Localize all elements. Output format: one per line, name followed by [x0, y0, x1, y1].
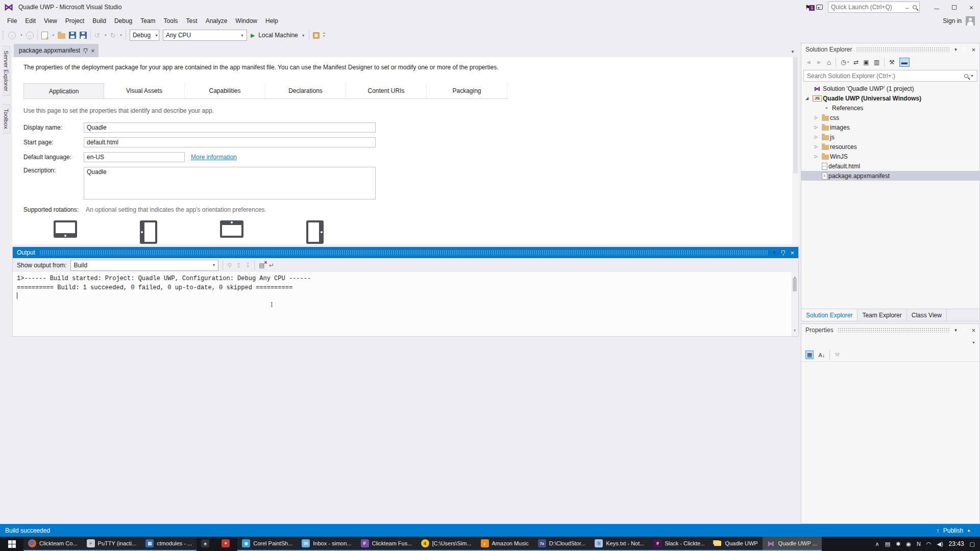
feedback-icon[interactable]	[816, 5, 823, 10]
designer-scrollbar[interactable]	[792, 57, 799, 244]
undo-icon[interactable]: ↺	[94, 32, 100, 39]
taskbar-button[interactable]: Amazon Music	[476, 537, 533, 551]
document-well-dropdown-icon[interactable]: ▼	[791, 49, 795, 54]
default-language-input[interactable]	[84, 152, 185, 162]
properties-grid[interactable]	[801, 362, 979, 523]
navigate-forward-icon[interactable]: →	[26, 32, 34, 39]
start-button[interactable]	[0, 537, 23, 551]
explorer-tab[interactable]: Team Explorer	[857, 309, 906, 321]
solution-explorer-title-bar[interactable]: Solution Explorer ▼ ×	[801, 43, 979, 56]
tree-item[interactable]: Solution 'Quadle UWP' (1 project)	[801, 84, 979, 93]
explorer-tab[interactable]: Class View	[907, 309, 947, 321]
solution-platform-combo[interactable]: Any CPU ▼	[163, 30, 247, 41]
close-icon[interactable]: ×	[790, 249, 794, 257]
pin-icon[interactable]	[963, 47, 966, 51]
menu-item[interactable]: Help	[261, 14, 282, 28]
tray-icon[interactable]: ◀)	[937, 541, 943, 547]
taskbar-button[interactable]: Inbox - simon...	[297, 537, 356, 551]
sync-with-active-document-icon[interactable]: ⇄	[853, 59, 859, 66]
show-all-files-icon[interactable]: ▥	[874, 59, 879, 66]
alphabetical-sort-icon[interactable]: A↓	[818, 352, 825, 358]
tree-item[interactable]: ▷ WinJS	[801, 152, 979, 161]
tool-window-tab[interactable]: Server Explorer	[3, 46, 10, 96]
taskbar-button[interactable]: D:\CloudStor...	[533, 537, 591, 551]
menu-item[interactable]: Team	[136, 14, 159, 28]
save-icon[interactable]	[69, 32, 76, 39]
output-scrollbar[interactable]: ▲ ▼	[791, 272, 798, 336]
categorized-view-icon[interactable]: ▦	[805, 350, 814, 359]
navigate-back-icon[interactable]: ←	[8, 32, 16, 39]
debug-target-dropdown-icon[interactable]: ▼	[302, 34, 305, 37]
properties-object-combo[interactable]: ▼	[802, 337, 978, 348]
tree-expander-icon[interactable]: ▷	[815, 115, 822, 120]
taskbar-button[interactable]: Corel PaintSh...	[237, 537, 297, 551]
navigate-back-dropdown-icon[interactable]: ▾	[20, 33, 22, 37]
tray-icon[interactable]: N	[917, 541, 921, 547]
close-icon[interactable]: ×	[971, 46, 975, 54]
find-message-icon[interactable]: ⚲	[227, 262, 232, 269]
output-source-combo[interactable]: Build ▼	[70, 260, 218, 271]
tray-icon[interactable]: ◉	[906, 541, 911, 547]
tree-item[interactable]: ▷ resources	[801, 142, 979, 152]
tree-expander-icon[interactable]: ▷	[815, 144, 822, 149]
close-button[interactable]: ×	[963, 0, 980, 14]
menu-item[interactable]: Edit	[21, 14, 40, 28]
toolbar-grip[interactable]	[2, 31, 5, 40]
previous-message-icon[interactable]: ↥	[236, 262, 241, 269]
taskbar-button[interactable]: Clickteam Co...	[23, 537, 82, 551]
tree-item[interactable]: package.appxmanifest	[801, 171, 979, 181]
tray-icon[interactable]: ◠	[926, 541, 932, 547]
menu-item[interactable]: Window	[231, 14, 261, 28]
solution-explorer-search-box[interactable]: ▼	[803, 70, 977, 82]
tree-item[interactable]: ▷ css	[801, 113, 979, 122]
scroll-down-icon[interactable]: ▼	[794, 326, 796, 335]
new-project-dropdown-icon[interactable]: ▾	[53, 33, 55, 37]
scrollbar-thumb[interactable]	[793, 278, 797, 291]
menu-item[interactable]: Analyze	[202, 14, 232, 28]
toolbar-overflow-icon[interactable]: ▾	[323, 33, 325, 38]
quick-launch-input[interactable]	[831, 4, 902, 11]
document-tab[interactable]: package.appxmanifest ×	[14, 44, 99, 57]
taskbar-button[interactable]: ctmodules - ...	[141, 537, 197, 551]
tree-expander-icon[interactable]: ▷	[815, 154, 822, 159]
publish-button[interactable]: ↑ Publish ▲	[936, 527, 975, 534]
language-more-information-link[interactable]: More information	[191, 154, 237, 161]
output-console[interactable]: 1>------ Build started: Project: Quadle …	[13, 272, 798, 336]
tree-expander-icon[interactable]: ◢	[805, 96, 813, 101]
properties-title-bar[interactable]: Properties ▼ ×	[801, 324, 979, 336]
property-pages-wrench-icon[interactable]: ⚒	[835, 352, 840, 358]
home-icon[interactable]: ⌂	[827, 58, 831, 66]
quick-launch-box[interactable]: ↔	[828, 2, 920, 13]
pending-changes-filter-icon[interactable]: ◷▾	[841, 59, 849, 66]
open-file-icon[interactable]	[58, 33, 65, 39]
tree-item[interactable]: ◢ Quadle UWP (Universal Windows)	[801, 93, 979, 103]
pin-icon[interactable]	[781, 251, 785, 254]
window-position-dropdown-icon[interactable]: ▼	[953, 47, 958, 52]
save-all-icon[interactable]	[80, 32, 87, 39]
taskbar-button[interactable]: Slack - Clickte...	[649, 537, 709, 551]
new-project-icon[interactable]	[41, 32, 48, 39]
taskbar-button[interactable]: Clickteam Fus...	[356, 537, 416, 551]
tree-item[interactable]: default.html	[801, 161, 979, 171]
window-position-dropdown-icon[interactable]: ▼	[772, 251, 776, 255]
minimize-button[interactable]	[928, 0, 945, 14]
taskbar-button[interactable]	[217, 537, 237, 551]
explorer-tab[interactable]: Solution Explorer	[801, 309, 857, 321]
quick-launch-expand-icon[interactable]: ↔	[904, 4, 910, 10]
next-message-icon[interactable]: ↧	[245, 262, 250, 269]
solution-explorer-search-input[interactable]	[807, 72, 962, 80]
tray-icon[interactable]: ∧	[875, 541, 879, 547]
find-in-files-icon[interactable]	[313, 32, 320, 39]
menu-item[interactable]: File	[3, 14, 21, 28]
designer-tab[interactable]: Content URIs	[346, 83, 427, 98]
designer-tab[interactable]: Declarations	[265, 83, 346, 98]
toggle-word-wrap-icon[interactable]: ↵	[269, 262, 274, 269]
menu-item[interactable]: Tools	[160, 14, 182, 28]
redo-icon[interactable]: ↻	[110, 32, 115, 39]
description-input[interactable]: Quadle	[84, 167, 376, 199]
tool-window-tab[interactable]: Toolbox	[3, 104, 10, 134]
clear-all-output-icon[interactable]: ▤	[259, 262, 264, 269]
tree-expander-icon[interactable]: ▷	[815, 125, 822, 130]
pin-icon[interactable]	[963, 328, 966, 331]
properties-wrench-icon[interactable]: ⚒	[889, 59, 895, 66]
